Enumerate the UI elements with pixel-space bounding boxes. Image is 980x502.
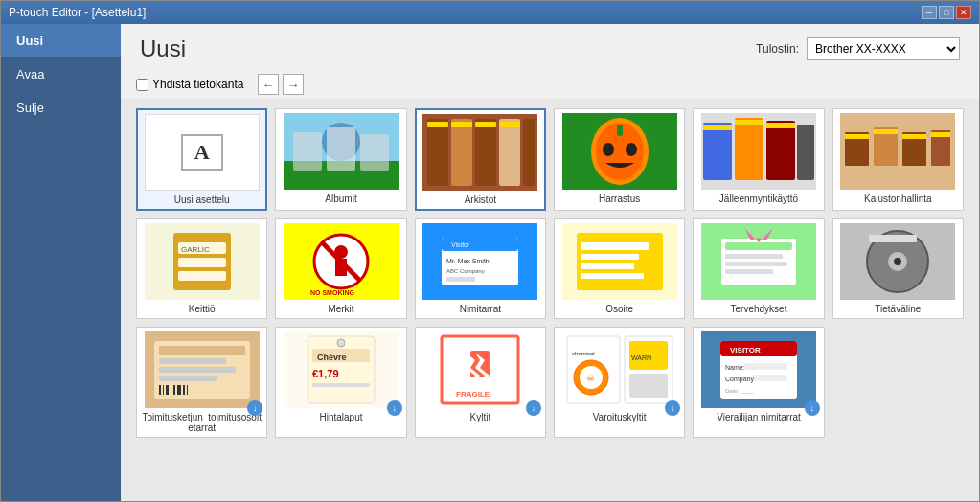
template-label-albumit: Albumit <box>280 194 401 204</box>
restore-button[interactable]: □ <box>939 6 954 19</box>
svg-rect-68 <box>725 262 787 266</box>
svg-rect-74 <box>869 235 917 242</box>
svg-rect-12 <box>427 122 448 127</box>
svg-text:Visitor: Visitor <box>451 241 470 248</box>
template-tervehdykset[interactable]: Tervehdykset <box>693 218 824 319</box>
svg-rect-26 <box>797 125 814 180</box>
template-label-kyltit: Kyltit <box>420 412 541 422</box>
svg-rect-8 <box>451 119 472 186</box>
sidebar: Uusi Avaa Sulje <box>1 24 121 501</box>
svg-rect-83 <box>166 385 169 395</box>
svg-rect-10 <box>499 119 520 186</box>
sidebar-item-avaa[interactable]: Avaa <box>1 57 121 91</box>
template-vierailija[interactable]: VISITOR Name: Company: Date: ____ ↓ Vier… <box>693 327 824 438</box>
svg-rect-115 <box>744 363 787 370</box>
svg-text:chemical: chemical <box>572 351 595 356</box>
svg-text:ABC Company: ABC Company <box>446 268 485 274</box>
template-arkistot[interactable]: Arkistot <box>415 108 546 211</box>
template-label-varoitus: Varoituskyltit <box>558 412 680 422</box>
svg-rect-66 <box>725 242 792 250</box>
svg-rect-109 <box>629 374 668 398</box>
download-badge-vierailija: ↓ <box>805 400 820 416</box>
svg-rect-67 <box>725 254 783 259</box>
template-jalleen[interactable]: Jälleenmyntikäyttö <box>693 108 824 211</box>
svg-rect-85 <box>173 385 175 395</box>
template-label-keittio: Keittiö <box>141 304 262 314</box>
template-kyltit[interactable]: FRAGILE ↓ Kyltit <box>415 327 546 438</box>
app-window: P-touch Editor - [Asettelu1] ─ □ ✕ Uusi … <box>0 0 980 502</box>
svg-rect-77 <box>159 346 245 355</box>
svg-rect-44 <box>178 271 226 281</box>
svg-rect-78 <box>159 358 226 364</box>
thumb-hintalaput: Chèvre €1,79 <box>284 331 399 408</box>
svg-rect-4 <box>327 127 355 171</box>
svg-rect-59 <box>577 233 663 290</box>
svg-rect-37 <box>902 134 926 139</box>
template-harrastus[interactable]: Harrastus <box>554 108 685 211</box>
svg-rect-43 <box>178 258 226 267</box>
svg-point-20 <box>626 143 637 156</box>
template-varoitus[interactable]: chemical ☠ WARN ↓ <box>554 327 685 438</box>
svg-point-48 <box>334 245 348 259</box>
template-label-merkit: Merkit <box>280 304 401 314</box>
printer-select[interactable]: Brother XX-XXXX <box>807 37 960 60</box>
template-label-arkistot: Arkistot <box>421 194 540 205</box>
svg-rect-24 <box>735 118 763 180</box>
sidebar-item-uusi[interactable]: Uusi <box>1 24 121 57</box>
svg-text:VISITOR: VISITOR <box>730 346 761 354</box>
template-label-tietovaline: Tietäväline <box>837 304 959 314</box>
template-toimitus[interactable]: ↓ Toimitusketjun_toimitusosoitetarrat <box>136 327 267 438</box>
svg-rect-3 <box>293 132 322 171</box>
sidebar-item-sulje[interactable]: Sulje <box>1 91 121 125</box>
template-tietovaline[interactable]: Tietäväline <box>832 218 964 319</box>
template-merkit[interactable]: NO SMOKING Merkit <box>275 218 406 319</box>
svg-rect-23 <box>703 123 732 180</box>
template-label-kalusto: Kalustonhallinta <box>837 194 959 204</box>
svg-rect-84 <box>171 385 171 395</box>
svg-text:WARN: WARN <box>631 354 651 361</box>
template-label-nimitarrat: Nimitarrat <box>420 304 541 314</box>
forward-button[interactable]: → <box>283 74 304 95</box>
printer-label: Tulostin: <box>756 42 799 56</box>
svg-rect-94 <box>312 383 370 387</box>
svg-rect-62 <box>581 263 634 269</box>
thumb-arkistot <box>422 114 537 191</box>
svg-rect-27 <box>703 125 732 130</box>
template-uusi-asettelu[interactable]: A Uusi asettelu <box>136 108 267 211</box>
printer-area: Tulostin: Brother XX-XXXX <box>756 37 960 60</box>
template-label-jalleen: Jälleenmyntikäyttö <box>697 194 819 204</box>
connect-db-area: Yhdistä tietokanta <box>136 78 243 91</box>
svg-text:FRAGILE: FRAGILE <box>456 390 490 399</box>
minimize-button[interactable]: ─ <box>922 6 937 19</box>
template-osoite[interactable]: Osoite <box>554 218 685 319</box>
svg-rect-81 <box>159 385 161 395</box>
svg-rect-29 <box>766 123 795 128</box>
back-button[interactable]: ← <box>258 74 279 95</box>
thumb-uusi-asettelu: A <box>145 114 260 191</box>
svg-rect-63 <box>581 273 644 279</box>
template-nimitarrat[interactable]: Visitor Mr. Max Smith ABC Company Nimita… <box>415 218 546 319</box>
svg-rect-82 <box>163 385 164 395</box>
svg-rect-25 <box>766 121 795 180</box>
template-label-toimitus: Toimitusketjun_toimitusosoitetarrat <box>141 412 262 433</box>
template-keittio[interactable]: GARLIC Keittiö <box>136 218 267 319</box>
svg-point-73 <box>894 258 901 265</box>
template-label-vierailija: Vierailijan nimitarrat <box>697 412 819 422</box>
thumb-tervehdykset <box>701 223 816 300</box>
window-title: P-touch Editor - [Asettelu1] <box>9 6 146 19</box>
thumb-kalusto <box>840 113 955 190</box>
template-label-hintalaput: Hintalaput <box>280 412 401 422</box>
download-badge-kyltit: ↓ <box>526 400 541 416</box>
svg-point-95 <box>337 339 345 347</box>
thumb-kyltit: FRAGILE <box>422 331 537 408</box>
svg-text:Mr. Max Smith: Mr. Max Smith <box>446 258 490 264</box>
template-grid: A Uusi asettelu <box>136 108 964 438</box>
template-hintalaput[interactable]: Chèvre €1,79 ↓ Hintalaput <box>275 327 406 438</box>
template-kalusto[interactable]: Kalustonhallinta <box>832 108 964 211</box>
close-button[interactable]: ✕ <box>956 6 971 19</box>
connect-db-checkbox[interactable] <box>136 79 148 91</box>
template-albumit[interactable]: Albumit <box>275 108 406 211</box>
svg-rect-36 <box>874 129 898 134</box>
thumb-vierailija: VISITOR Name: Company: Date: ____ <box>701 331 816 408</box>
thumb-tietovaline <box>840 223 955 300</box>
